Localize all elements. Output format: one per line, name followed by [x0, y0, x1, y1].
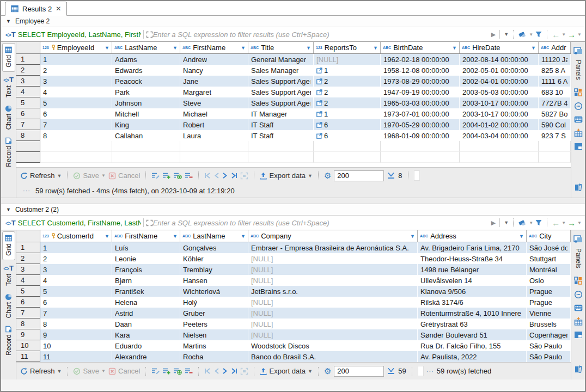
next-page-icon[interactable] [222, 172, 228, 179]
table-cell[interactable]: 5827 Bo [539, 108, 571, 119]
table-cell[interactable]: 1 [40, 54, 112, 65]
collapse-chevron-icon[interactable]: ▼ [6, 19, 11, 24]
tab-results-2[interactable]: Results 2 ✕ [5, 2, 67, 16]
column-header-employeeid[interactable]: 123EmployeeId▼ [40, 42, 112, 53]
export-data-button[interactable]: Export data ▼ [260, 367, 312, 375]
column-header-addr[interactable]: ABCAddr [539, 42, 571, 53]
table-cell[interactable]: Helena [112, 297, 180, 308]
table-cell[interactable]: Leonie [112, 253, 180, 264]
table-cell[interactable]: Gruber [180, 308, 248, 318]
collapse-chevron-icon[interactable]: ▼ [6, 207, 11, 212]
column-header-lastname[interactable]: ABCLastName▼ [180, 230, 248, 242]
column-header-reportsto[interactable]: 123ReportsTo▼ [314, 42, 381, 53]
table-cell[interactable]: Sales Manager [248, 65, 314, 76]
table-cell[interactable]: Prague [527, 286, 571, 297]
row-number[interactable]: 1 [16, 54, 40, 65]
table-cell[interactable]: IT Manager [248, 108, 314, 119]
column-filter-arrow-icon[interactable]: ▼ [529, 45, 536, 51]
duplicate-row-icon[interactable] [173, 367, 182, 375]
table-cell[interactable]: [NULL] [248, 297, 418, 308]
table-cell[interactable]: 1111 6 A [539, 76, 571, 87]
table-cell[interactable]: 1962-02-18 00:00:00 [381, 54, 460, 65]
expand-filter-icon[interactable] [146, 219, 153, 226]
row-number[interactable]: 9 [16, 329, 40, 340]
table-cell[interactable]: King [112, 119, 180, 130]
column-header-firstname[interactable]: ABCFirstName▼ [180, 42, 248, 53]
fetch-size-icon[interactable] [387, 172, 395, 179]
save-caret-icon[interactable]: ▼ [101, 173, 106, 178]
table-cell[interactable]: Sales Support Agent [248, 97, 314, 108]
filter-expression-input[interactable] [153, 28, 491, 40]
external-link-icon[interactable] [316, 68, 322, 74]
table-cell[interactable]: Tremblay [180, 264, 248, 275]
forward-arrow-icon[interactable]: → [567, 30, 576, 39]
table-cell[interactable]: 2003-05-03 00:00:00 [460, 87, 539, 97]
table-cell[interactable]: Johnson [112, 97, 180, 108]
external-link-icon[interactable] [316, 111, 322, 117]
settings-gear-icon[interactable]: ⚙ [324, 367, 331, 375]
table-row[interactable]: 55JohnsonSteveSales Support Agent21965-0… [16, 97, 571, 108]
aggregate-panel-icon[interactable] [574, 128, 583, 137]
forward-arrow-icon[interactable]: → [567, 219, 576, 227]
table-cell[interactable]: 2 [314, 76, 381, 87]
fetch-all-rows-icon[interactable] [240, 367, 248, 375]
table-cell[interactable]: Steve [180, 97, 248, 108]
panel-settings-icon[interactable] [573, 235, 583, 243]
table-row[interactable]: 99KaraNielsen[NULL]Sønder Boulevard 51Co… [16, 329, 571, 340]
table-cell[interactable]: [NULL] [248, 264, 418, 275]
table-cell[interactable]: [NULL] [248, 308, 418, 318]
back-caret-icon[interactable]: ▼ [561, 32, 566, 37]
cancel-button[interactable]: Cancel [108, 171, 140, 180]
back-arrow-icon[interactable]: ← [552, 30, 560, 39]
next-page-icon[interactable] [222, 367, 228, 375]
table-cell[interactable]: 7 [40, 119, 112, 130]
table-cell[interactable]: Copenhagen [527, 329, 571, 340]
more-status-icon[interactable]: ··· [426, 368, 434, 375]
row-number[interactable]: 6 [16, 297, 40, 308]
table-cell[interactable]: Adams [112, 54, 180, 65]
table-cell[interactable]: Montréal [527, 264, 571, 275]
cancel-button[interactable]: Cancel [108, 367, 140, 375]
table-row[interactable]: 11LuísGonçalvesEmbraer - Empresa Brasile… [16, 242, 571, 253]
table-cell[interactable]: 2 [314, 87, 381, 97]
switch-presentation-icon[interactable] [574, 365, 583, 373]
table-cell[interactable]: Grétrystraat 63 [418, 318, 527, 329]
table-cell[interactable]: Vienne [527, 308, 571, 318]
table-cell[interactable]: Sales Support Agent [248, 87, 314, 97]
table-cell[interactable]: 8 [40, 130, 112, 141]
row-number[interactable]: 4 [16, 87, 40, 97]
more-status-icon[interactable]: ··· [23, 187, 30, 194]
column-filter-arrow-icon[interactable]: ▼ [170, 234, 178, 239]
table-cell[interactable]: Margaret [180, 87, 248, 97]
table-cell[interactable]: Oslo [527, 275, 571, 286]
column-filter-arrow-icon[interactable]: ▼ [239, 234, 246, 239]
clear-filter-eraser-icon[interactable] [518, 30, 527, 38]
back-arrow-icon[interactable]: ← [552, 219, 560, 227]
table-cell[interactable]: IT Staff [248, 119, 314, 130]
save-caret-icon[interactable]: ▼ [101, 369, 106, 373]
forward-caret-icon[interactable]: ▼ [577, 220, 582, 225]
sql-query-text[interactable]: SELECT EmployeeId, LastName, FirstNa [18, 30, 141, 39]
table-row[interactable]: 33FrançoisTremblay[NULL]1498 rue Bélange… [16, 264, 571, 275]
table-cell[interactable]: 3 [40, 264, 112, 275]
duplicate-row-icon[interactable] [173, 172, 182, 179]
table-cell[interactable]: 10 [40, 340, 112, 351]
table-cell[interactable]: 7727B 4 [539, 97, 571, 108]
first-page-icon[interactable] [204, 172, 211, 179]
table-cell[interactable]: 2 [314, 97, 381, 108]
table-row[interactable]: 11AdamsAndrewGeneral Manager[NULL]1962-0… [16, 54, 571, 65]
table-cell[interactable]: 1 [314, 65, 381, 76]
table-cell[interactable]: 1498 rue Bélanger [418, 264, 527, 275]
export-caret-icon[interactable]: ▼ [308, 369, 313, 374]
table-cell[interactable]: 2004-01-02 00:00:00 [460, 119, 539, 130]
table-cell[interactable]: 8 [40, 318, 112, 329]
table-cell[interactable]: Rotenturmstraße 4, 1010 Innere [418, 308, 527, 318]
refresh-button[interactable]: Refresh ▼ [20, 367, 62, 375]
row-number[interactable]: 8 [16, 318, 40, 329]
close-icon[interactable]: ✕ [56, 5, 61, 13]
table-cell[interactable]: Peeters [180, 318, 248, 329]
external-link-icon[interactable] [316, 122, 322, 128]
grouping-panel-icon[interactable] [574, 277, 582, 285]
table-cell[interactable]: 683 10 [539, 87, 571, 97]
external-link-icon[interactable] [316, 89, 322, 95]
